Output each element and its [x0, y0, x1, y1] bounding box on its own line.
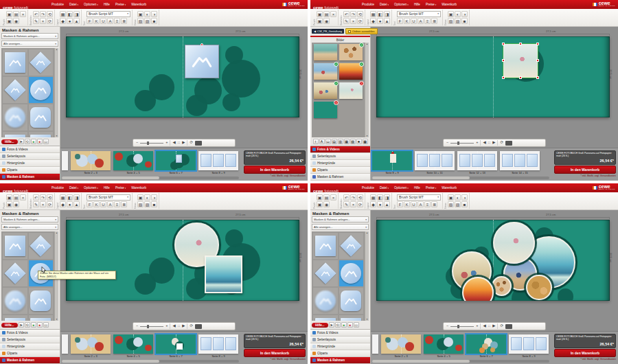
menu-item-optionen[interactable]: Optionen▾	[394, 186, 409, 190]
toolbar-icon[interactable]: ⟲	[47, 194, 53, 201]
menu-item-optionen[interactable]: Optionen▾	[84, 186, 98, 190]
masks-filter-dropdown[interactable]: Alle anzeigen...▾	[1, 224, 58, 230]
partial-page-thumbnail[interactable]	[62, 334, 68, 354]
photo-thumbnail[interactable]: ✓	[314, 82, 337, 99]
next-page-icon[interactable]: ▶	[182, 324, 185, 328]
menu-item-produkte[interactable]: Produkte	[362, 186, 374, 190]
toolbar-icon[interactable]: ▨	[144, 201, 150, 207]
panel-tool-icon[interactable]: ●	[341, 322, 347, 328]
toolbar-icon[interactable]: ◆	[370, 201, 376, 207]
page-thumbnail[interactable]: Seite 4 + 5	[113, 151, 153, 174]
mask-thumbnail[interactable]	[29, 132, 54, 137]
toolbar-icon[interactable]: ◑	[151, 11, 157, 17]
panel-tool-icon[interactable]: ●	[347, 322, 353, 328]
browser-tool-icon[interactable]: ↕	[313, 139, 319, 144]
help-button[interactable]: Hilfe...	[1, 323, 18, 328]
menu-item-preise[interactable]: Preise▾	[115, 186, 126, 190]
zoom-slider[interactable]	[140, 326, 163, 327]
toolbar-icon[interactable]: ×	[40, 18, 46, 24]
sidebar-item-masken-rahmen[interactable]: Masken & Rahmen	[310, 174, 370, 181]
page-thumbnail[interactable]: Seite 14 + 15	[500, 151, 540, 174]
toolbar-icon[interactable]: ▣	[6, 194, 12, 201]
page-thumbnail[interactable]: Seite 8 + 9	[372, 151, 412, 174]
zoom-in-icon[interactable]: +	[165, 141, 168, 145]
next-page-icon[interactable]: ▶	[492, 324, 495, 328]
toolbar-icon[interactable]: ◐	[144, 194, 150, 201]
page-thumbnail[interactable]: Seite 8 + 9	[198, 334, 238, 358]
mask-thumbnail[interactable]	[339, 315, 364, 321]
toolbar-icon[interactable]: ≣	[121, 18, 127, 24]
rotate-view-icon[interactable]: ⟳	[500, 324, 503, 328]
photo-thumbnail[interactable]: 2	[339, 82, 363, 99]
toolbar-icon[interactable]: ≣	[121, 201, 127, 207]
toolbar-icon[interactable]: ⟲	[357, 194, 363, 201]
toolbar-icon[interactable]: ◨	[384, 11, 390, 17]
page-thumbnail[interactable]: Seite 6 + 7	[156, 334, 196, 358]
menu-item-optionen[interactable]: Optionen▾	[84, 3, 98, 6]
filmstrip-scrollbar[interactable]	[372, 360, 549, 363]
rotate-view-icon[interactable]: ⟳	[190, 324, 193, 328]
toolbar-icon[interactable]: ✎	[33, 201, 39, 207]
toolbar-icon[interactable]: ×	[40, 201, 46, 207]
masks-create-dropdown[interactable]: Masken & Rahmen anlegen...▾	[1, 216, 58, 223]
toolbar-icon[interactable]: ◑	[151, 194, 157, 201]
selection-handle[interactable]	[519, 76, 522, 79]
page-spread[interactable]	[376, 36, 610, 117]
panel-tool-icon[interactable]: ▭	[354, 322, 359, 328]
toolbar-icon[interactable]: K	[93, 18, 100, 24]
browser-tool-icon[interactable]: ▤	[332, 139, 337, 144]
toolbar-icon[interactable]: ≣	[431, 18, 437, 24]
add-to-cart-button[interactable]: In den Warenkorb	[554, 349, 616, 357]
sidebar-item-seitenlayouts[interactable]: Seitenlayouts	[310, 337, 370, 343]
toolbar-icon[interactable]: ◧	[377, 11, 383, 17]
menu-item-datei[interactable]: Datei▾	[69, 3, 78, 6]
page-spread[interactable]	[66, 220, 299, 301]
font-family-dropdown[interactable]: Brush Script MT▾	[87, 11, 130, 17]
browser-tool-icon[interactable]: A	[319, 139, 325, 144]
fullscreen-button[interactable]	[505, 141, 512, 146]
page-thumbnail[interactable]: Seite 6 + 7	[466, 334, 506, 358]
prev-page-icon[interactable]: ◀	[483, 141, 485, 145]
page-thumbnail[interactable]: Seite 12 + 13	[457, 151, 497, 174]
fullscreen-button[interactable]	[195, 324, 202, 329]
mask-thumbnail[interactable]	[3, 315, 27, 321]
help-button[interactable]: Hilfe...	[312, 323, 328, 328]
mask-thumbnail[interactable]	[313, 315, 338, 321]
selection-handle[interactable]	[536, 59, 539, 62]
toolbar-icon[interactable]: ×	[20, 194, 26, 201]
filmstrip-scrollbar[interactable]	[62, 177, 239, 179]
toolbar-icon[interactable]: ×	[350, 18, 356, 24]
toolbar-icon[interactable]: ▧	[137, 18, 144, 24]
toolbar-icon[interactable]: ◆	[370, 18, 376, 24]
sidebar-item-hintergr-nde[interactable]: Hintergründe	[310, 343, 370, 350]
toolbar-icon[interactable]: ▧	[448, 201, 454, 207]
toolbar-icon[interactable]: ▲	[384, 201, 390, 207]
browser-tool-icon[interactable]: ▦	[344, 139, 350, 144]
toolbar-icon[interactable]: ▲	[73, 18, 80, 24]
mask-thumbnail[interactable]	[3, 132, 27, 137]
toolbar-icon[interactable]: ▤	[13, 11, 19, 17]
rotation-handle[interactable]	[201, 43, 203, 46]
toolbar-icon[interactable]: ◉	[323, 201, 330, 207]
prev-page-icon[interactable]: ◀	[172, 324, 175, 328]
sidebar-item-seitenlayouts[interactable]: Seitenlayouts	[310, 153, 370, 160]
toolbar-icon[interactable]: A	[417, 18, 424, 24]
zoom-slider-knob[interactable]	[147, 325, 149, 328]
toolbar-icon[interactable]: ↷	[40, 194, 46, 201]
menu-item-produkte[interactable]: Produkte	[52, 3, 64, 6]
toolbar-icon[interactable]: ◆	[60, 18, 66, 24]
zoom-slider-knob[interactable]	[147, 141, 149, 145]
zoom-slider[interactable]	[450, 143, 474, 144]
toolbar-icon[interactable]: ▣	[137, 194, 144, 201]
mask-thumbnail[interactable]	[3, 233, 27, 259]
panel-tool-icon[interactable]: ●	[31, 322, 36, 328]
toolbar-icon[interactable]: ▨	[455, 201, 461, 207]
rotate-view-icon[interactable]: ⟳	[500, 141, 503, 145]
toolbar-icon[interactable]: ◆	[60, 201, 66, 207]
zoom-slider-knob[interactable]	[457, 141, 459, 145]
toolbar-icon[interactable]: U	[100, 201, 106, 207]
sidebar-item-hintergr-nde[interactable]: Hintergründe	[0, 343, 60, 350]
toolbar-icon[interactable]: ●	[377, 18, 383, 24]
panel-tool-icon[interactable]: ●	[37, 322, 43, 328]
mask-thumbnail[interactable]	[339, 233, 364, 259]
